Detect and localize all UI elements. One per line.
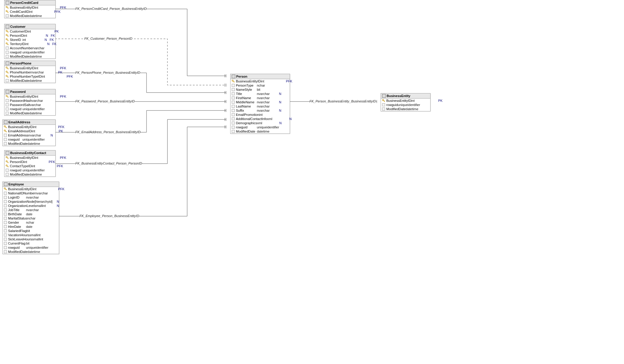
column-nullable: N	[56, 204, 60, 208]
column-type: nvarchar	[26, 208, 48, 212]
column-row[interactable]: EmailPromotionint	[231, 113, 290, 117]
column-type: int	[24, 160, 45, 164]
column-row[interactable]: NationalIDNumbernvarchar	[3, 191, 59, 195]
column-row[interactable]: MaritalStatusnchar	[3, 216, 59, 220]
column-row[interactable]: SuffixnvarcharN	[231, 108, 290, 113]
entity-header[interactable]: BusinessEntity	[381, 93, 430, 99]
column-row[interactable]: SickLeaveHourssmallint	[3, 237, 59, 241]
column-row[interactable]: LastNamenvarchar	[231, 104, 290, 108]
column-row[interactable]: ModifiedDatedatetime	[4, 172, 55, 176]
column-row[interactable]: DemographicsxmlN	[231, 121, 290, 125]
column-row[interactable]: ModifiedDatedatetime	[3, 142, 55, 146]
column-row[interactable]: JobTitlenvarchar	[3, 208, 59, 212]
column-row[interactable]: rowguiduniqueidentifier	[4, 107, 55, 111]
entity-header[interactable]: EmailAddress	[3, 120, 55, 125]
column-name: PhoneNumber	[10, 70, 31, 74]
entity-header[interactable]: PersonCreditCard	[4, 0, 55, 5]
svg-line-36	[8, 96, 8, 97]
column-row[interactable]: PersonIDintNFK	[4, 33, 55, 38]
column-row[interactable]: rowguiduniqueidentifier	[4, 50, 55, 54]
column-row[interactable]: rowguiduniqueidentifier	[4, 168, 55, 172]
entity-header[interactable]: Employee	[3, 182, 59, 187]
entity-header[interactable]: BusinessEntityContact	[4, 150, 55, 156]
column-row[interactable]: BusinessEntityIDintPFK	[231, 79, 290, 83]
column-row[interactable]: SalariedFlagbit	[3, 229, 59, 233]
column-row[interactable]: Gendernchar	[3, 220, 59, 225]
column-icon	[382, 107, 385, 110]
column-row[interactable]: ModifiedDatedatetime	[4, 111, 55, 115]
column-row[interactable]: BirthDatedate	[3, 212, 59, 216]
entity-header[interactable]: Person	[231, 74, 290, 79]
column-type: uniqueidentifier	[257, 125, 278, 129]
column-icon	[4, 200, 7, 203]
column-row[interactable]: BusinessEntityIDintPFK	[4, 5, 55, 10]
column-row[interactable]: PersonIDintPFK	[4, 160, 55, 164]
column-name: SalariedFlag	[8, 229, 27, 233]
column-row[interactable]: BusinessEntityIDintPFK	[4, 156, 55, 160]
entity-customer[interactable]: CustomerCustomerIDintPKPersonIDintNFKSto…	[4, 24, 56, 59]
svg-line-42	[6, 131, 7, 132]
column-row[interactable]: PhoneNumbernvarcharPK	[4, 70, 55, 74]
column-row[interactable]: ModifiedDatedatetime	[3, 250, 59, 254]
column-row[interactable]: CreditCardIDintPFK	[4, 10, 55, 14]
column-row[interactable]: FirstNamenvarchar	[231, 96, 290, 100]
column-row[interactable]: ModifiedDatedatetime	[231, 129, 290, 133]
column-row[interactable]: BusinessEntityIDintPFK	[4, 94, 55, 99]
column-row[interactable]: CustomerIDintPK	[4, 29, 55, 33]
column-row[interactable]: ModifiedDatedatetime	[4, 14, 55, 18]
entity-header[interactable]: Password	[4, 89, 55, 94]
column-row[interactable]: rowguiduniqueidentifier	[381, 103, 430, 107]
column-row[interactable]: TitlenvarcharN	[231, 92, 290, 96]
column-row[interactable]: TerritoryIDintNFK	[4, 42, 55, 46]
column-row[interactable]: EmailAddressnvarcharN	[3, 133, 55, 137]
entity-header[interactable]: Customer	[4, 24, 55, 29]
entity-business-entity-contact[interactable]: BusinessEntityContactBusinessEntityIDint…	[4, 150, 56, 177]
entity-employee[interactable]: EmployeeBusinessEntityIDintPFKNationalID…	[2, 182, 59, 254]
column-row[interactable]: AdditionalContactInfoxmlN	[231, 117, 290, 121]
column-row[interactable]: StoreIDintNFK	[4, 38, 55, 42]
column-row[interactable]: AccountNumbervarchar	[4, 46, 55, 50]
entity-business-entity[interactable]: BusinessEntityBusinessEntityIDintPKrowgu…	[381, 93, 431, 111]
column-row[interactable]: OrganizationLevelsmallintN	[3, 204, 59, 208]
column-row[interactable]: PhoneNumberTypeIDintPFK	[4, 74, 55, 79]
column-row[interactable]: ModifiedDatedatetime	[4, 79, 55, 83]
column-row[interactable]: ContactTypeIDintPFK	[4, 164, 55, 168]
fk-label: FK_Password_Person_BusinessEntityID	[75, 99, 135, 103]
entity-person-credit-card[interactable]: PersonCreditCardBusinessEntityIDintPFKCr…	[4, 0, 56, 18]
column-row[interactable]: BusinessEntityIDintPK	[381, 99, 430, 103]
column-row[interactable]: rowguiduniqueidentifier	[3, 245, 59, 250]
column-type: smallint	[29, 233, 51, 237]
column-row[interactable]: BusinessEntityIDintPFK	[3, 187, 59, 191]
entity-email-address[interactable]: EmailAddressBusinessEntityIDintPFKEmailA…	[2, 119, 56, 146]
column-row[interactable]: NameStylebit	[231, 87, 290, 92]
column-row[interactable]: rowguiduniqueidentifier	[231, 125, 290, 129]
column-row[interactable]: BusinessEntityIDintPFK	[3, 125, 55, 129]
column-icon	[232, 109, 235, 112]
column-row[interactable]: EmailAddressIDintPK	[3, 129, 55, 133]
column-row[interactable]: PasswordSaltvarchar	[4, 103, 55, 107]
entity-person-phone[interactable]: PersonPhoneBusinessEntityIDintPFKPhoneNu…	[4, 61, 56, 83]
column-type: xml	[267, 117, 289, 121]
column-row[interactable]: VacationHourssmallint	[3, 233, 59, 237]
column-row[interactable]: ModifiedDatedatetime	[381, 107, 430, 111]
svg-line-15	[8, 31, 8, 32]
column-row[interactable]: HireDatedate	[3, 225, 59, 229]
column-row[interactable]: MiddleNamenvarcharN	[231, 100, 290, 104]
column-type: datetime	[29, 54, 51, 59]
svg-line-39	[6, 127, 7, 128]
column-keys: PFK	[58, 187, 65, 191]
column-row[interactable]: PasswordHashvarchar	[4, 99, 55, 103]
entity-person[interactable]: PersonBusinessEntityIDintPFKPersonTypenc…	[230, 74, 290, 134]
entity-header[interactable]: PersonPhone	[4, 61, 55, 66]
column-row[interactable]: LoginIDnvarchar	[3, 195, 59, 199]
entity-password[interactable]: PasswordBusinessEntityIDintPFKPasswordHa…	[4, 89, 56, 116]
column-row[interactable]: BusinessEntityIDintPFK	[4, 66, 55, 70]
column-row[interactable]: rowguiduniqueidentifier	[3, 137, 55, 142]
column-icon	[4, 242, 7, 245]
column-row[interactable]: PersonTypenchar	[231, 83, 290, 87]
column-row[interactable]: OrganizationNode[hierarchyid]N	[3, 199, 59, 204]
column-row[interactable]: CurrentFlagbit	[3, 241, 59, 245]
column-row[interactable]: ModifiedDatedatetime	[4, 54, 55, 59]
column-icon	[6, 14, 9, 17]
column-type: bit	[27, 229, 48, 233]
